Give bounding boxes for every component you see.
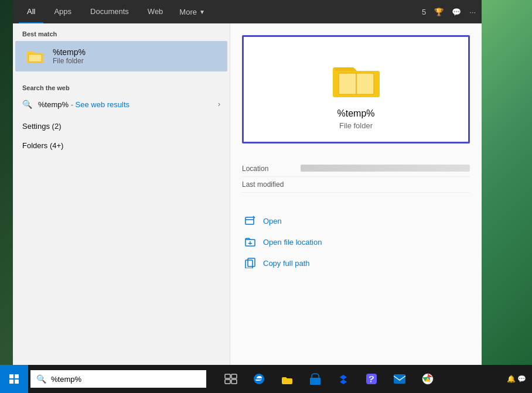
- svg-rect-20: [310, 378, 320, 385]
- edge-icon[interactable]: [246, 365, 272, 393]
- action-open[interactable]: Open: [242, 210, 470, 231]
- mail-icon[interactable]: [387, 365, 412, 393]
- action-open-file-location[interactable]: Open file location: [242, 231, 470, 252]
- details-area: Location Last modified: [230, 155, 482, 199]
- open-label: Open: [263, 217, 282, 225]
- modified-row: Last modified: [242, 177, 470, 193]
- taskview-icon[interactable]: [218, 365, 244, 393]
- search-web-item[interactable]: 🔍 %temp% - See web results ›: [13, 95, 230, 114]
- location-label: Location: [242, 165, 295, 173]
- taskbar: 🔍: [0, 365, 532, 393]
- left-panel: Best match %temp% File folder Search the…: [13, 23, 230, 375]
- taskbar-icons: [218, 365, 441, 393]
- svg-rect-11: [9, 374, 13, 378]
- svg-rect-16: [231, 374, 237, 378]
- action-copy-full-path[interactable]: Copy full path: [242, 252, 470, 274]
- folder-icon: [25, 46, 46, 67]
- settings-section: Settings (2): [13, 117, 230, 133]
- best-match-text: %temp% File folder: [53, 47, 86, 65]
- best-match-item[interactable]: %temp% File folder: [15, 41, 227, 71]
- nav-bar: All Apps Documents Web More ▼ 5 🏆 💬 ···: [13, 0, 482, 23]
- copy-full-path-label: Copy full path: [263, 259, 310, 268]
- search-bar[interactable]: 🔍: [30, 370, 206, 388]
- svg-rect-13: [9, 380, 13, 384]
- start-button[interactable]: [0, 365, 28, 393]
- best-match-label: Best match: [13, 23, 230, 41]
- preview-title: %temp%: [337, 108, 374, 119]
- store-icon[interactable]: [302, 365, 328, 393]
- search-icon: 🔍: [22, 100, 32, 109]
- stripe-icon[interactable]: [359, 365, 384, 393]
- preview-subtitle: File folder: [339, 121, 373, 130]
- best-match-title: %temp%: [53, 47, 86, 57]
- feedback-icon[interactable]: 💬: [452, 8, 461, 16]
- chevron-right-icon: ›: [218, 100, 220, 108]
- best-match-subtitle: File folder: [53, 57, 86, 65]
- taskbar-right: 🔔 💬: [507, 375, 532, 383]
- open-file-location-icon: [244, 236, 256, 248]
- nav-right-icons: 5 🏆 💬 ···: [422, 8, 476, 16]
- more-options-icon[interactable]: ···: [469, 8, 476, 16]
- svg-rect-10: [245, 260, 253, 268]
- left-sidebar: [0, 0, 13, 393]
- right-panel: %temp% File folder Location Last modifie…: [230, 23, 482, 375]
- svg-rect-17: [225, 380, 230, 384]
- location-row: Location: [242, 161, 470, 177]
- search-web-label: Search the web: [13, 77, 230, 95]
- preview-area: %temp% File folder: [242, 35, 470, 143]
- chrome-icon[interactable]: [415, 365, 441, 393]
- svg-point-19: [254, 374, 264, 384]
- dropbox-icon[interactable]: [330, 365, 356, 393]
- search-web-query: %temp% - See web results: [38, 100, 129, 109]
- start-menu: All Apps Documents Web More ▼ 5 🏆 💬 ··· …: [13, 0, 482, 375]
- folders-label[interactable]: Folders (4+): [13, 136, 230, 152]
- svg-rect-18: [231, 380, 237, 384]
- more-label: More: [179, 8, 197, 16]
- search-taskbar-icon: 🔍: [36, 374, 46, 384]
- svg-rect-12: [15, 374, 19, 378]
- svg-rect-9: [248, 258, 255, 266]
- badge-count: 5: [422, 8, 426, 16]
- tab-more[interactable]: More ▼: [173, 0, 211, 23]
- tab-apps[interactable]: Apps: [46, 0, 80, 23]
- trophy-icon[interactable]: 🏆: [434, 8, 444, 16]
- svg-rect-3: [245, 217, 254, 224]
- tab-documents[interactable]: Documents: [82, 0, 137, 23]
- main-content: Best match %temp% File folder Search the…: [13, 23, 482, 375]
- search-web-section: Search the web 🔍 %temp% - See web result…: [13, 77, 230, 114]
- location-value: [301, 165, 470, 172]
- open-icon: [244, 215, 256, 227]
- svg-rect-22: [394, 374, 405, 384]
- svg-rect-14: [15, 380, 19, 384]
- explorer-icon[interactable]: [274, 365, 300, 393]
- taskbar-time: 🔔 💬: [507, 375, 526, 383]
- open-file-location-label: Open file location: [263, 238, 322, 247]
- chevron-down-icon: ▼: [199, 9, 205, 15]
- svg-rect-15: [225, 374, 230, 378]
- search-input[interactable]: [51, 375, 200, 384]
- copy-full-path-icon: [244, 257, 256, 269]
- modified-label: Last modified: [242, 180, 295, 189]
- actions-area: Open Open file location: [230, 204, 482, 279]
- tab-web[interactable]: Web: [139, 0, 172, 23]
- folders-section: Folders (4+): [13, 136, 230, 152]
- settings-label[interactable]: Settings (2): [13, 117, 230, 133]
- tab-all[interactable]: All: [19, 0, 43, 23]
- preview-folder-icon: [330, 54, 383, 101]
- svg-rect-0: [29, 54, 42, 62]
